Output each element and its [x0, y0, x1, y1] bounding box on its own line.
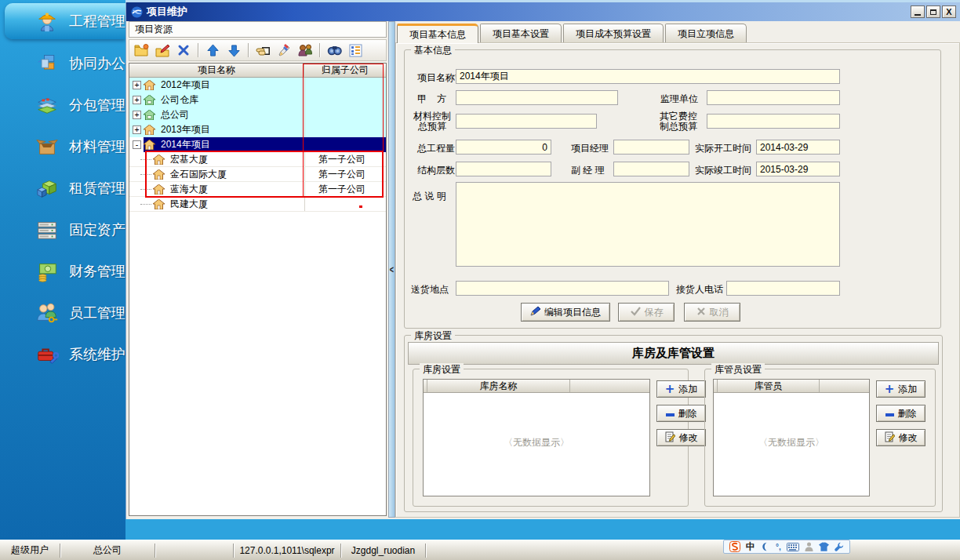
sidebar-item-label: 财务管理	[69, 262, 125, 281]
collapse-arrow-icon[interactable]: <	[390, 264, 394, 275]
find-button[interactable]	[325, 42, 343, 59]
pencil-eraser-button[interactable]	[275, 42, 293, 59]
actual-end-label: 实际竣工时间	[695, 164, 751, 177]
button-label: 保存	[645, 306, 664, 319]
warehouse-add-button[interactable]: +添加	[656, 380, 706, 398]
sogou-icon[interactable]	[729, 541, 740, 552]
sidebar-item-collaboration-office[interactable]: 协同办公	[0, 45, 125, 82]
move-down-button[interactable]	[225, 42, 242, 59]
column-header-keeper[interactable]: 库管员	[718, 380, 820, 392]
tree-row-selected[interactable]: -2014年项目	[129, 137, 386, 152]
delivery-address-input[interactable]	[456, 281, 669, 296]
add-node-button[interactable]	[133, 42, 150, 59]
maximize-button[interactable]	[926, 5, 940, 18]
warehouse-grid[interactable]: 库房名称 〈无数据显示〉	[423, 379, 650, 496]
ime-chinese-mode[interactable]: 中	[746, 540, 755, 554]
actual-end-input[interactable]	[756, 162, 840, 176]
keeper-grid[interactable]: 库管员 〈无数据显示〉	[713, 379, 870, 496]
people-icon	[35, 300, 60, 325]
tab-project-initiation-info[interactable]: 项目立项信息	[665, 24, 747, 43]
delete-node-button[interactable]	[175, 42, 192, 59]
tree-connector	[140, 189, 151, 190]
receiver-phone-label: 接货人电话	[676, 283, 723, 296]
tab-project-cost-budget-settings[interactable]: 项目成本预算设置	[563, 24, 664, 43]
sidebar-item-project-management[interactable]: 工程管理	[5, 3, 125, 39]
warehouse-settings-group: 库房设置 库房及库管设置 库房设置 库房名称 〈无数据显示〉 +添加 删除 修改	[404, 335, 943, 512]
actual-start-input[interactable]	[756, 140, 840, 155]
tree-row[interactable]: +公司仓库	[129, 93, 386, 107]
expand-toggle[interactable]: +	[133, 125, 141, 134]
plus-icon: +	[665, 384, 675, 394]
panel-splitter[interactable]: <	[388, 21, 395, 518]
cancel-button[interactable]: 取消	[684, 303, 740, 322]
tree-row[interactable]: +2012年项目	[129, 78, 386, 93]
project-name-input[interactable]	[456, 69, 840, 84]
supervisor-input[interactable]	[707, 90, 840, 105]
project-manager-input[interactable]	[613, 140, 689, 155]
tree-toolbar	[129, 39, 387, 61]
warehouse-modify-button[interactable]: 修改	[656, 429, 706, 446]
floors-label: 结构层数	[417, 164, 455, 177]
hand-pointer-button[interactable]	[254, 42, 271, 59]
tab-project-basic-info[interactable]: 项目基本信息	[397, 24, 478, 43]
sidebar-item-subcontract-management[interactable]: 分包管理	[0, 87, 125, 123]
wrench-icon[interactable]	[835, 542, 844, 551]
other-budget-input[interactable]	[707, 114, 840, 129]
tree-row[interactable]: +2013年项目	[129, 122, 386, 137]
pen-icon	[530, 306, 540, 318]
description-textarea[interactable]	[456, 182, 840, 267]
tree-row[interactable]: 宏基大厦 第一子公司	[129, 152, 386, 167]
save-button[interactable]: 保存	[618, 303, 675, 322]
column-header-warehouse-name[interactable]: 库房名称	[427, 380, 570, 392]
sidebar-item-fixed-assets[interactable]: 固定资产	[0, 212, 125, 248]
move-up-button[interactable]	[204, 42, 221, 59]
receiver-phone-input[interactable]	[726, 281, 840, 296]
tree-row[interactable]: 民建大厦	[129, 197, 386, 212]
sidebar-item-material-management[interactable]: 材料管理	[0, 129, 125, 165]
shirt-icon[interactable]	[819, 542, 829, 551]
keeper-modify-button[interactable]: 修改	[876, 429, 925, 446]
minimize-button[interactable]	[911, 5, 925, 18]
keeper-add-button[interactable]: +添加	[876, 380, 925, 398]
person-icon[interactable]	[805, 542, 813, 551]
column-header-subsidiary[interactable]: 归属子公司	[304, 64, 386, 77]
tree-node-label: 宏基大厦	[168, 152, 210, 166]
floors-input[interactable]	[456, 162, 551, 176]
tree-row[interactable]: 蓝海大厦 第一子公司	[129, 182, 386, 197]
edit-project-info-button[interactable]: 编辑项目信息	[521, 303, 610, 322]
collapse-toggle[interactable]: -	[133, 140, 141, 149]
tree-connector	[140, 159, 151, 160]
tree-row[interactable]: +总公司	[129, 107, 386, 122]
deputy-manager-input[interactable]	[613, 162, 689, 176]
keyboard-icon[interactable]	[787, 543, 799, 551]
tab-project-basic-settings[interactable]: 项目基本设置	[480, 24, 562, 43]
edit-node-button[interactable]	[154, 42, 171, 59]
sidebar-item-employee-management[interactable]: 员工管理	[0, 295, 125, 331]
users-button[interactable]	[296, 42, 314, 59]
sidebar-item-lease-management[interactable]: 租赁管理	[0, 170, 125, 206]
sidebar-item-system-maintenance[interactable]: 系统维护	[0, 336, 125, 373]
quantity-input[interactable]	[456, 140, 551, 155]
column-header-project-name[interactable]: 项目名称	[129, 64, 304, 77]
expand-toggle[interactable]: +	[133, 111, 141, 119]
tree-row[interactable]: 金石国际大厦 第一子公司	[129, 167, 386, 182]
sidebar-item-finance-management[interactable]: 财务管理	[0, 253, 125, 289]
expand-toggle[interactable]: +	[133, 81, 141, 89]
ime-punctuation-mode[interactable]: °,	[776, 543, 781, 551]
house-icon-green	[144, 110, 155, 120]
moon-icon[interactable]	[761, 542, 770, 551]
tree-node-label: 2013年项目	[158, 122, 213, 137]
expand-toggle[interactable]: +	[133, 96, 141, 104]
keeper-delete-button[interactable]: 删除	[876, 405, 925, 422]
project-name-label: 项目名称*	[417, 71, 459, 85]
report-button[interactable]	[347, 42, 364, 59]
close-button[interactable]: X	[942, 5, 956, 18]
party-a-input[interactable]	[456, 90, 618, 105]
material-budget-input[interactable]	[456, 114, 597, 129]
menu-project-resource[interactable]: 项目资源	[135, 23, 173, 36]
tree-node-label: 金石国际大厦	[168, 167, 229, 181]
delivery-address-label: 送货地点	[411, 283, 449, 296]
house-icon	[144, 140, 155, 150]
warehouse-delete-button[interactable]: 删除	[656, 405, 706, 422]
subsidiary-cell: 第一子公司	[304, 167, 386, 181]
